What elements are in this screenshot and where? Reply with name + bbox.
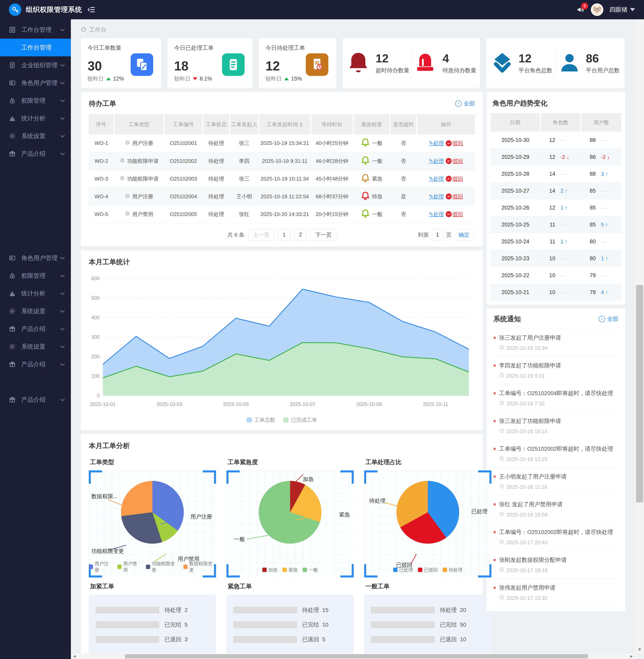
reject-link[interactable]: ↩驳回 <box>446 158 463 165</box>
user-menu[interactable]: 四眼猪 <box>610 6 635 14</box>
list-item[interactable]: 李四发起了功能权限申请2025-10-19 9:31 <box>492 356 619 384</box>
next-page-button[interactable]: 下一页 <box>310 229 336 241</box>
horizontal-scrollbar[interactable]: ◄ ► <box>71 654 635 659</box>
sidebar-item-group[interactable]: 产品介绍 <box>0 355 71 373</box>
horizontal-scrollbar-thumb[interactable] <box>125 654 588 658</box>
handle-link[interactable]: ✎处理 <box>429 140 444 147</box>
roles-count: 11 <box>546 221 555 228</box>
list-item[interactable]: 工单编号：O25102002即将超时，请尽快处理2025-10-18 12:25 <box>492 440 619 468</box>
handle-link[interactable]: ✎处理 <box>429 175 444 182</box>
table-row: WO-2功能权限申请O25102002待处理李四2025-10-19 9:31:… <box>89 152 475 170</box>
roles-count: 10 <box>546 289 555 296</box>
sidebar-collapse-icon[interactable] <box>87 6 95 14</box>
sidebar-item-group[interactable]: 统计分析 <box>0 110 71 127</box>
legend-item[interactable]: 已完成工单 <box>283 417 317 424</box>
list-item[interactable]: 工单编号：O25102002即将超时，请尽快处理2025-10-17 22:43 <box>492 523 619 551</box>
reject-link[interactable]: ↩驳回 <box>446 175 463 182</box>
sidebar-item-group[interactable]: 系统设置 <box>0 127 71 145</box>
pie-legend: 加急紧急一般 <box>227 567 354 573</box>
sort-icon[interactable] <box>300 122 303 127</box>
users-delta: 4 ↑ <box>601 289 615 296</box>
users-count: 85 <box>587 205 596 211</box>
metric-value: 4 <box>442 51 476 65</box>
handle-link[interactable]: ✎处理 <box>429 158 444 165</box>
users-count: 86 <box>587 137 596 143</box>
chevron-down-icon <box>60 115 65 120</box>
order-overtime: 否 <box>390 205 417 223</box>
scroll-down-arrow-icon[interactable]: ▼ <box>635 647 644 652</box>
legend-item[interactable]: 工单总数 <box>247 417 275 424</box>
legend-item[interactable]: 加急 <box>262 567 278 573</box>
handle-link[interactable]: ✎处理 <box>429 193 444 200</box>
list-item[interactable]: 工单编号：O25102004即将超时，请尽快处理2025-10-19 7:32 <box>492 384 619 412</box>
sidebar-item-group[interactable]: 系统设置 <box>0 302 71 320</box>
list-icon <box>222 53 245 76</box>
sidebar-item-group[interactable]: 权限管理 <box>0 267 71 285</box>
goto-page-input[interactable]: 1 <box>432 229 443 241</box>
list-item[interactable]: 张伟发起用户禁用申请2025-10-17 15:32 <box>492 579 619 607</box>
stat-card-label: 今日待处理工单 <box>266 44 329 52</box>
sidebar-item-group[interactable]: 产品介绍 <box>0 391 71 408</box>
bar-row: 已退回 10 <box>371 636 485 643</box>
prev-page-button[interactable]: 上一页 <box>248 229 274 241</box>
legend-item[interactable]: 功能权限变更 <box>146 561 179 573</box>
users-delta: - - <box>601 205 615 211</box>
list-item[interactable]: 张刚发起数据权限分配申请2025-10-17 18:19 <box>492 551 619 579</box>
page-button[interactable]: 1 <box>278 229 290 241</box>
sidebar-item-label: 角色用户管理 <box>21 79 61 87</box>
bell-icon <box>361 173 370 184</box>
roles-delta: - - <box>560 289 575 296</box>
page-button[interactable]: 2 <box>294 229 306 241</box>
clock-icon <box>499 456 504 463</box>
order-time: 2025-10-19 9:31:11 <box>259 152 311 170</box>
sidebar-item-group[interactable]: 工作台管理 <box>0 21 71 39</box>
legend-item[interactable]: 一般 <box>303 567 318 573</box>
sidebar-item-active[interactable]: 工作台管理 <box>0 39 71 56</box>
legend-item[interactable]: 已驳回 <box>418 567 438 573</box>
svg-text:2025-10-01: 2025-10-01 <box>90 401 116 407</box>
list-item[interactable]: 张三发起了用户注册申请2025-10-19 15:34 <box>492 329 619 356</box>
sidebar-item-group[interactable]: 产品介绍 <box>0 320 71 338</box>
reject-link[interactable]: ↩驳回 <box>446 193 463 200</box>
legend-item[interactable]: 紧急 <box>282 567 298 573</box>
todo-view-all-link[interactable]: › 全部 <box>455 100 475 108</box>
sidebar-item-group[interactable]: 企业组织管理 <box>0 56 71 74</box>
bar-group-panel: 待处理 15已完结 10已退回 5 <box>227 595 354 654</box>
sidebar-item-group[interactable]: 权限管理 <box>0 92 71 110</box>
reject-link[interactable]: ↩驳回 <box>446 211 463 218</box>
todo-orders-panel: 待办工单 › 全部 序号工单类型工单编号工单状态工单发起人工单发起时间等待时长紧… <box>80 92 483 247</box>
circle-chevron-icon: › <box>455 100 462 107</box>
scroll-right-arrow-icon[interactable]: ► <box>629 654 634 659</box>
handle-link[interactable]: ✎处理 <box>429 211 444 218</box>
legend-item[interactable]: 用户禁用 <box>117 561 141 573</box>
sidebar-item-group[interactable]: 统计分析 <box>0 285 71 302</box>
legend-item[interactable]: 用户注册 <box>89 561 113 573</box>
scroll-left-arrow-icon[interactable]: ◄ <box>72 654 76 659</box>
vertical-scrollbar-thumb[interactable] <box>636 285 643 502</box>
vertical-scrollbar[interactable]: ▼ <box>635 19 644 654</box>
sidebar-item-group[interactable]: 角色用户管理 <box>0 249 71 267</box>
legend-item[interactable]: 待处理 <box>443 567 463 573</box>
sidebar-item-group[interactable]: 系统设置 <box>0 338 71 355</box>
legend-item[interactable]: 数据权限变更 <box>183 561 216 573</box>
notice-view-all-link[interactable]: › 全部 <box>599 315 618 323</box>
sidebar-item-group[interactable]: 角色用户管理 <box>0 74 71 92</box>
sidebar-item-label: 系统设置 <box>21 343 61 351</box>
notice-panel-title: 系统通知 <box>493 314 521 324</box>
sidebar-item-group[interactable]: 产品介绍 <box>0 145 71 163</box>
trend-row: 2025-10-2310- -801 ↑ <box>490 250 621 267</box>
stat-card-trend: 较昨日12% <box>88 75 124 82</box>
list-item[interactable]: 张三发起了功能权限申请2025-10-18 16:11 <box>492 412 619 440</box>
goto-confirm-button[interactable]: 确定 <box>454 229 474 241</box>
legend-item[interactable]: 已处理 <box>393 567 413 573</box>
roles-count: 12 <box>546 137 555 143</box>
pie-slice-label: 加急 <box>303 476 314 483</box>
avatar[interactable] <box>591 3 603 16</box>
list-item[interactable]: 张红 发起了用户禁用申请2025-10-18 10:56 <box>492 495 619 523</box>
reject-link[interactable]: ↩驳回 <box>446 140 463 147</box>
column-header[interactable]: 工单发起时间 <box>259 114 311 135</box>
list-item[interactable]: 王小明发起了用户注册申请2025-10-18 11:16 <box>492 468 619 495</box>
clock-icon <box>499 595 504 602</box>
speaker-icon[interactable]: 6 <box>576 5 585 14</box>
trend-row: 2025-10-2814- -883 ↑ <box>490 165 621 182</box>
